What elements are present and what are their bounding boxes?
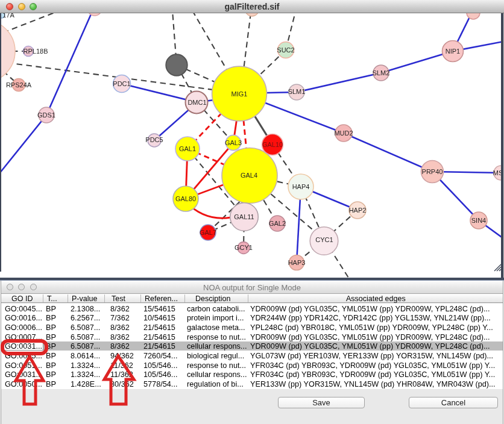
svg-text:MIG1: MIG1	[232, 90, 248, 98]
svg-text:RPS24A: RPS24A	[6, 81, 32, 89]
svg-text:GAL7: GAL7	[200, 229, 216, 236]
svg-text:MUD2: MUD2	[334, 129, 353, 137]
svg-text:GAL2: GAL2	[269, 220, 286, 227]
svg-text:HAP4: HAP4	[292, 183, 310, 190]
svg-text:GCY1: GCY1	[235, 244, 253, 251]
svg-text:SIN4: SIN4	[471, 217, 486, 224]
svg-text:SUC2: SUC2	[277, 46, 294, 54]
svg-text:GAL1: GAL1	[179, 145, 196, 152]
svg-text:SLM1: SLM1	[288, 88, 306, 95]
svg-text:SLM2: SLM2	[373, 69, 390, 76]
svg-text:GAL10: GAL10	[262, 141, 283, 148]
svg-text:PDC5: PDC5	[145, 136, 163, 143]
svg-text:PRP40: PRP40	[422, 168, 443, 175]
svg-text:GAL11: GAL11	[234, 213, 254, 220]
svg-text:PDC1: PDC1	[113, 80, 130, 87]
svg-text:CYC1: CYC1	[315, 236, 333, 243]
svg-text:HAP3: HAP3	[288, 259, 306, 266]
svg-text:GAL3: GAL3	[225, 139, 242, 146]
svg-text:GAL4: GAL4	[241, 172, 257, 179]
svg-text:DMC1: DMC1	[187, 99, 206, 106]
svg-text:RPL18B: RPL18B	[24, 48, 48, 55]
svg-text:GDS1: GDS1	[37, 111, 55, 119]
svg-text:HAP2: HAP2	[349, 207, 367, 214]
svg-text:GAL80: GAL80	[175, 195, 196, 202]
svg-text:NIP1: NIP1	[446, 48, 460, 55]
